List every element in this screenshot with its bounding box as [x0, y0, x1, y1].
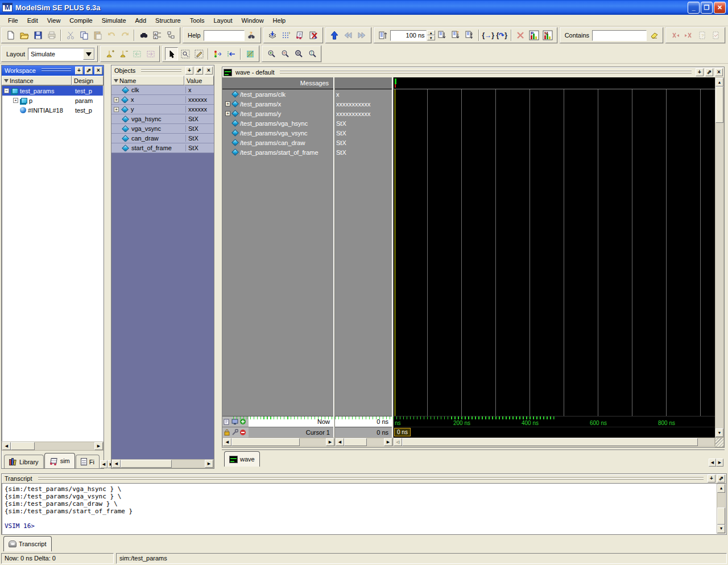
show-drivers-icon[interactable] [211, 47, 224, 60]
wave-signal-row[interactable]: /test_params/can_draw [222, 138, 333, 147]
wave-drag-handle[interactable] [280, 70, 692, 75]
scroll-up-icon[interactable]: ▲ [717, 484, 725, 493]
menu-simulate[interactable]: Simulate [97, 16, 131, 25]
expand-branch-icon[interactable]: ++ [151, 29, 164, 42]
next-difference-icon[interactable] [682, 29, 695, 42]
objects-zoom-button[interactable]: + [185, 67, 193, 75]
wrench-icon[interactable] [231, 429, 238, 436]
previous-difference-icon[interactable] [668, 29, 681, 42]
diff-details-icon[interactable]: ? [696, 29, 709, 42]
redo-icon[interactable] [118, 29, 131, 42]
transcript-undock-button[interactable]: ⇗ [717, 475, 725, 482]
scroll-left-icon[interactable]: ◀ [336, 438, 344, 446]
object-row-y[interactable]: +yxxxxxx [111, 105, 214, 114]
scroll-thumb[interactable] [715, 86, 723, 123]
wave-zoom-button[interactable]: + [696, 68, 704, 76]
scroll-right-icon[interactable]: ▶ [384, 438, 392, 446]
expand-hierarchy-icon[interactable] [164, 29, 177, 42]
new-file-icon[interactable] [4, 29, 17, 42]
next-transition-icon[interactable] [144, 47, 157, 60]
cursor-1-line[interactable] [395, 89, 395, 416]
scroll-right-icon[interactable]: ▶ [94, 442, 103, 450]
tab-files[interactable]: Fi [76, 455, 100, 468]
menu-layout[interactable]: Layout [209, 16, 237, 25]
expand-expander-icon[interactable]: + [13, 98, 18, 103]
expand-icon[interactable]: + [225, 101, 230, 106]
undo-icon[interactable] [105, 29, 118, 42]
cursor-1-flag[interactable]: 0 ns [394, 428, 411, 436]
values-hscrollbar[interactable]: ◀▶ [335, 438, 393, 447]
wave-signal-row[interactable]: +/test_params/y [222, 109, 333, 118]
tab-wave[interactable]: wave [224, 451, 260, 467]
scroll-thumb[interactable] [344, 438, 367, 446]
scroll-left-icon[interactable]: ◀ [2, 442, 11, 450]
help-search-icon[interactable]: ? [245, 29, 258, 42]
transcript-vscrollbar[interactable]: ▲ ▼ [717, 484, 726, 534]
resize-grip[interactable] [715, 438, 724, 447]
collapse-expander-icon[interactable]: − [4, 88, 9, 93]
close-button[interactable]: ✕ [714, 2, 726, 14]
scroll-left-icon[interactable]: ◁ [394, 438, 402, 446]
back-icon[interactable] [342, 29, 355, 42]
stop-simulation-icon[interactable] [514, 29, 527, 42]
wave-vscrollbar[interactable]: ▲ ▼ [715, 77, 724, 438]
scroll-thumb[interactable] [717, 508, 725, 525]
up-context-icon[interactable] [328, 29, 341, 42]
compile-all-icon[interactable] [280, 29, 293, 42]
layout-dropdown-icon[interactable] [83, 48, 94, 60]
waveform-canvas[interactable]: ns 200 ns 400 ns 600 ns 800 ns 0 ns [394, 77, 715, 438]
note-icon[interactable] [224, 418, 230, 425]
column-design[interactable]: Design [72, 76, 104, 85]
scroll-thumb[interactable] [121, 460, 172, 468]
column-value[interactable]: Value [184, 76, 214, 85]
find-icon[interactable] [137, 29, 150, 42]
trace-input-icon[interactable] [225, 47, 238, 60]
break-icon[interactable] [307, 29, 320, 42]
scroll-thumb[interactable] [231, 438, 300, 446]
run-length-spinner[interactable]: ▲▼ [427, 30, 435, 40]
tabs-scroll-left-icon[interactable]: ◀ [100, 460, 107, 468]
spin-down-icon[interactable]: ▼ [427, 35, 435, 40]
layout-select[interactable]: Simulate [28, 48, 95, 60]
object-row-can-draw[interactable]: can_drawStX [111, 134, 214, 143]
transcript-zoom-button[interactable]: + [708, 475, 715, 482]
step-over-icon[interactable]: {↷} [495, 29, 508, 42]
scroll-down-icon[interactable]: ▼ [715, 428, 723, 437]
tree-row-p[interactable]: +p param [2, 96, 103, 105]
compile-icon[interactable] [266, 29, 279, 42]
performance-profile-icon[interactable]: P [528, 29, 541, 42]
add-cursor-icon[interactable] [103, 47, 116, 60]
scroll-down-icon[interactable]: ▼ [717, 525, 725, 533]
menu-window[interactable]: Window [237, 16, 268, 25]
scroll-left-icon[interactable]: ◀ [223, 438, 231, 446]
run-continue-icon[interactable]: ? [449, 29, 462, 42]
open-file-icon[interactable] [18, 29, 31, 42]
zoom-cursor-icon[interactable] [305, 47, 318, 60]
mdi-tabs-scroll-left-icon[interactable]: ◀ [709, 459, 716, 467]
run-length-input[interactable] [390, 30, 427, 41]
print-icon[interactable] [45, 29, 58, 42]
tree-row-test-params[interactable]: −test_params test_p [2, 86, 103, 96]
scroll-thumb[interactable] [11, 442, 35, 450]
menu-edit[interactable]: Edit [23, 16, 43, 25]
workspace-zoom-button[interactable]: + [75, 67, 83, 75]
save-icon[interactable] [31, 29, 44, 42]
forward-icon[interactable] [355, 29, 369, 42]
tab-library[interactable]: Library [4, 455, 44, 468]
workspace-hscrollbar[interactable]: ◀ ▶ [2, 442, 104, 451]
simulate-icon[interactable] [293, 29, 307, 42]
zoom-in-icon[interactable] [264, 47, 278, 60]
expand-icon[interactable]: + [225, 111, 230, 116]
help-search-input[interactable] [204, 30, 245, 41]
expand-icon[interactable]: + [114, 107, 119, 112]
menu-view[interactable]: View [43, 16, 65, 25]
select-mode-icon[interactable] [165, 47, 178, 60]
lock-icon[interactable] [224, 429, 230, 436]
canvas-hscrollbar[interactable]: ◁ [393, 438, 715, 447]
workspace-titlebar[interactable]: Workspace + ⇗ × [2, 65, 104, 76]
expanded-time-icon[interactable] [243, 47, 257, 60]
zoom-full-icon[interactable] [292, 47, 305, 60]
minimize-button[interactable]: _ [688, 2, 700, 14]
workspace-close-button[interactable]: × [94, 67, 102, 75]
run-icon[interactable] [436, 29, 449, 42]
